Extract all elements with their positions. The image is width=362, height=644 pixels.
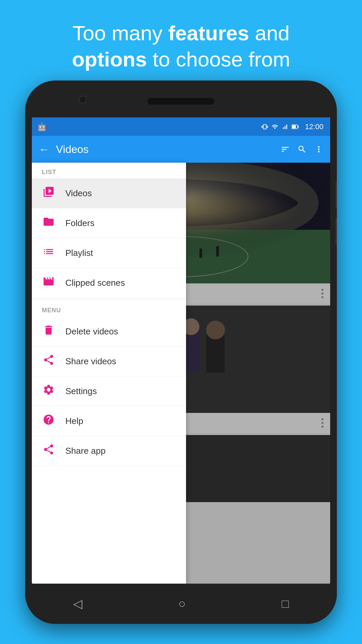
drawer-item-share-videos-label: Share videos xyxy=(65,356,116,367)
delete-icon xyxy=(42,324,55,339)
navigation-drawer: LIST Videos Folders xyxy=(32,163,186,584)
drawer-item-settings-label: Settings xyxy=(65,386,97,396)
filter-icon[interactable] xyxy=(281,145,290,154)
phone-camera xyxy=(79,96,87,104)
help-icon xyxy=(42,414,55,428)
drawer-item-help[interactable]: Help xyxy=(32,406,186,436)
folders-icon xyxy=(42,216,55,230)
svg-point-27 xyxy=(206,321,225,339)
recent-nav-button[interactable]: □ xyxy=(282,597,289,611)
back-button[interactable]: ← xyxy=(39,143,49,156)
app-bar: ← Videos xyxy=(32,136,330,163)
drawer-item-help-label: Help xyxy=(65,416,83,426)
signal-icon xyxy=(282,123,288,130)
drawer-item-share-videos[interactable]: Share videos xyxy=(32,346,186,376)
drawer-item-folders-label: Folders xyxy=(65,218,95,228)
drawer-item-playlist-label: Playlist xyxy=(65,248,93,258)
drawer-item-videos-label: Videos xyxy=(65,188,92,199)
clipped-scenes-icon xyxy=(42,275,55,290)
home-nav-button[interactable]: ○ xyxy=(178,597,186,611)
video-2-menu-dots[interactable] xyxy=(321,418,323,428)
drawer-item-clipped-scenes[interactable]: Clipped scenes xyxy=(32,268,186,298)
drawer-item-clipped-scenes-label: Clipped scenes xyxy=(65,278,125,288)
search-icon[interactable] xyxy=(297,145,307,154)
drawer-item-delete-videos[interactable]: Delete videos xyxy=(32,317,186,346)
status-bar: 🤖 12:00 xyxy=(32,117,330,136)
drawer-item-settings[interactable]: Settings xyxy=(32,376,186,406)
battery-icon xyxy=(292,124,299,129)
drawer-item-playlist[interactable]: Playlist xyxy=(32,238,186,268)
video-1-menu-dots[interactable] xyxy=(321,289,323,298)
header-line1: Too many features and xyxy=(72,21,290,45)
phone-frame: 🤖 12:00 ← Videos xyxy=(25,80,337,624)
list-section-label: LIST xyxy=(32,163,186,178)
drawer-item-share-app-label: Share app xyxy=(65,446,106,456)
playlist-icon xyxy=(42,246,55,260)
header-line2: options to choose from xyxy=(72,48,290,71)
drawer-item-share-app[interactable]: Share app xyxy=(32,436,186,466)
back-nav-button[interactable]: ◁ xyxy=(73,597,82,611)
phone-speaker xyxy=(147,98,215,105)
share-app-icon xyxy=(42,443,55,458)
app-bar-actions xyxy=(281,145,323,154)
videos-icon xyxy=(42,186,55,201)
content-area: a) (The Offic xyxy=(32,163,330,584)
svg-rect-13 xyxy=(199,249,202,258)
volume-down-button[interactable] xyxy=(336,218,337,245)
svg-rect-2 xyxy=(292,125,296,128)
vibrate-icon xyxy=(261,123,268,130)
settings-icon xyxy=(42,384,55,398)
share-videos-icon xyxy=(42,354,55,369)
app-title: Videos xyxy=(56,143,274,156)
nav-bar: ◁ ○ □ xyxy=(25,584,337,624)
status-time: 12:00 xyxy=(305,122,323,131)
svg-rect-26 xyxy=(206,335,225,373)
android-icon: 🤖 xyxy=(37,122,47,131)
drawer-item-delete-videos-label: Delete videos xyxy=(65,326,118,337)
divider xyxy=(32,299,186,300)
drawer-item-videos[interactable]: Videos xyxy=(32,178,186,208)
svg-rect-14 xyxy=(216,246,219,257)
more-options-icon[interactable] xyxy=(314,145,323,154)
drawer-item-folders[interactable]: Folders xyxy=(32,208,186,238)
menu-section-label: MENU xyxy=(32,301,186,317)
phone-screen: 🤖 12:00 ← Videos xyxy=(32,117,330,584)
status-icons: 12:00 xyxy=(261,122,323,131)
svg-rect-1 xyxy=(298,126,299,128)
volume-up-button[interactable] xyxy=(336,181,337,208)
wifi-icon xyxy=(272,123,278,130)
header-text: Too many features and options to choose … xyxy=(0,20,362,72)
